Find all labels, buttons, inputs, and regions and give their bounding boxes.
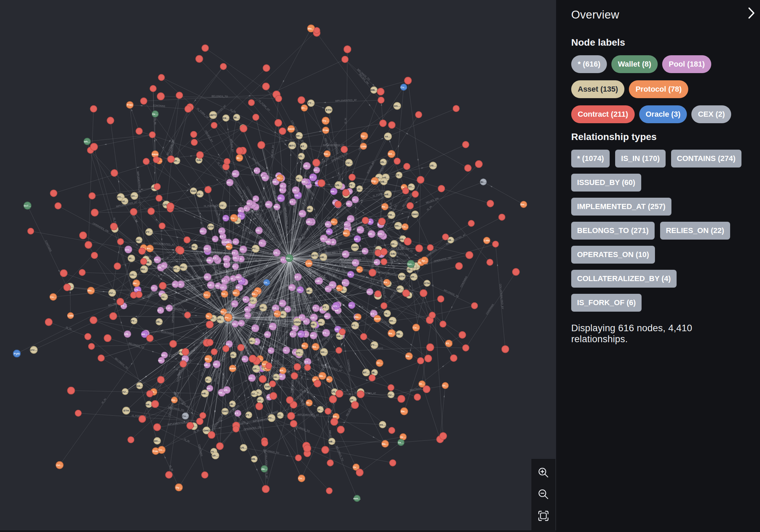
rel-type-pill-belongs-to[interactable]: BELONGS_TO (271) <box>571 222 655 240</box>
rel-type-pill-relies-on[interactable]: RELIES_ON (22) <box>660 222 730 240</box>
node-label-pills: * (616) Wallet (8) Pool (181) Asset (135… <box>571 55 746 123</box>
node-label-pill-wallet[interactable]: Wallet (8) <box>611 55 658 73</box>
rel-type-pill-operates-on[interactable]: OPERATES_ON (10) <box>571 246 655 264</box>
node-labels-heading: Node labels <box>571 37 745 48</box>
sidebar-title: Overview <box>571 8 745 21</box>
zoom-in-icon <box>537 466 550 480</box>
zoom-out-icon <box>537 488 550 501</box>
window-bottom-edge <box>0 530 556 532</box>
rel-type-pill-all[interactable]: * (1074) <box>571 150 610 167</box>
zoom-in-button[interactable] <box>536 465 551 481</box>
relationship-types-heading: Relationship types <box>571 131 745 142</box>
graph-viewport <box>0 0 556 532</box>
node-label-pill-contract[interactable]: Contract (211) <box>571 105 635 123</box>
overview-sidebar: Overview Node labels * (616) Wallet (8) … <box>556 0 760 532</box>
display-status-text: Displaying 616 nodes, 4,410 relationship… <box>571 323 745 345</box>
graph-canvas[interactable] <box>0 0 556 532</box>
zoom-out-button[interactable] <box>536 487 551 502</box>
node-label-pill-protocol[interactable]: Protocol (78) <box>629 80 688 98</box>
node-label-pill-pool[interactable]: Pool (181) <box>662 55 711 73</box>
app-window: Overview Node labels * (616) Wallet (8) … <box>0 0 760 532</box>
rel-type-pill-issued-by[interactable]: ISSUED_BY (60) <box>571 174 641 192</box>
rel-type-pill-is-fork-of[interactable]: IS_FORK_OF (6) <box>571 294 642 312</box>
relationship-type-pills: * (1074) IS_IN (170) CONTAINS (274) ISSU… <box>571 150 746 312</box>
rel-type-pill-is-in[interactable]: IS_IN (170) <box>615 150 666 167</box>
node-label-pill-cex[interactable]: CEX (2) <box>691 105 731 123</box>
zoom-controls-panel <box>531 459 555 530</box>
chevron-right-icon <box>748 15 755 20</box>
fit-to-screen-icon <box>537 510 550 523</box>
collapse-sidebar-button[interactable] <box>746 5 757 22</box>
rel-type-pill-implemented-at[interactable]: IMPLEMENTED_AT (257) <box>571 198 671 216</box>
rel-type-pill-collateralized-by[interactable]: COLLATERALIZED_BY (4) <box>571 270 677 288</box>
node-label-pill-asset[interactable]: Asset (135) <box>571 80 624 98</box>
fit-to-screen-button[interactable] <box>536 509 551 524</box>
node-label-pill-oracle[interactable]: Oracle (3) <box>639 105 687 123</box>
rel-type-pill-contains[interactable]: CONTAINS (274) <box>671 150 741 167</box>
node-label-pill-all[interactable]: * (616) <box>571 55 607 73</box>
